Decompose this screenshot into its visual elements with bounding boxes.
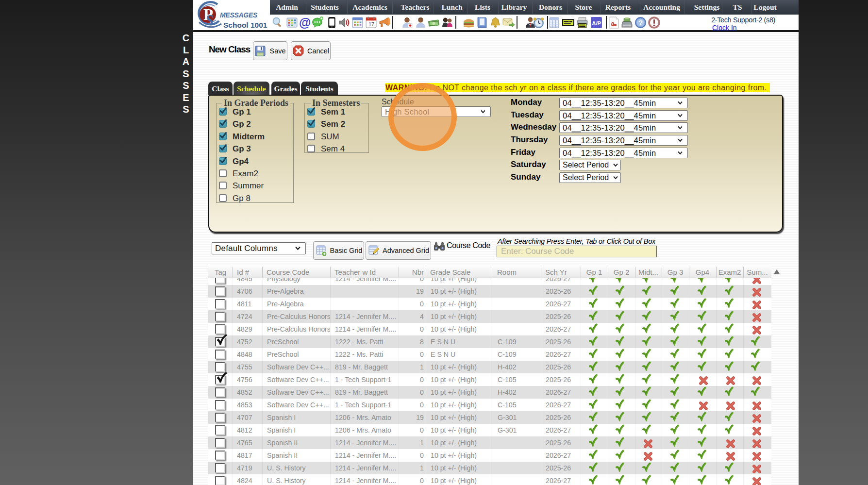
svg-text:@: @ (299, 17, 311, 29)
svg-text:17: 17 (368, 22, 374, 27)
svg-text:?: ? (638, 19, 643, 27)
svg-text:MESSAGES: MESSAGES (220, 11, 258, 19)
svg-text:A/P: A/P (592, 20, 601, 26)
svg-text:School 1001: School 1001 (223, 21, 267, 29)
svg-text:S: S (205, 12, 214, 29)
